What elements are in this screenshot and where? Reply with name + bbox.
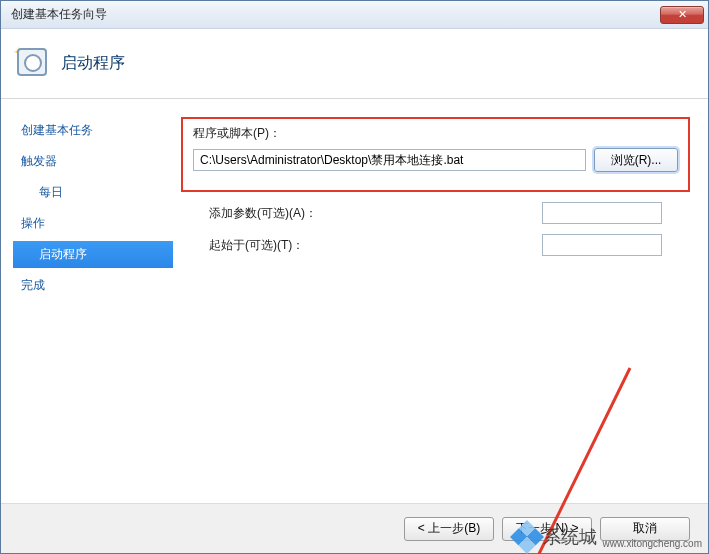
close-button[interactable]: ✕	[660, 6, 704, 24]
sidebar-item-label: 触发器	[21, 154, 57, 168]
args-row: 添加参数(可选)(A)：	[209, 202, 662, 224]
close-icon: ✕	[678, 8, 687, 21]
next-button[interactable]: 下一步(N) >	[502, 517, 592, 541]
browse-button[interactable]: 浏览(R)...	[594, 148, 678, 172]
startin-label: 起始于(可选)(T)：	[209, 237, 304, 254]
wizard-footer: < 上一步(B) 下一步(N) > 取消	[1, 503, 708, 553]
sidebar-item-start-program[interactable]: 启动程序	[13, 241, 173, 268]
args-input[interactable]	[542, 202, 662, 224]
scheduler-icon: ✦	[17, 48, 49, 80]
back-button[interactable]: < 上一步(B)	[404, 517, 494, 541]
sidebar-item-trigger[interactable]: 触发器	[17, 148, 171, 175]
cancel-button[interactable]: 取消	[600, 517, 690, 541]
sidebar-item-action[interactable]: 操作	[17, 210, 171, 237]
highlight-box: 程序或脚本(P)： 浏览(R)...	[181, 117, 690, 192]
sidebar-item-label: 启动程序	[39, 247, 87, 261]
sidebar-item-create-basic-task[interactable]: 创建基本任务	[17, 117, 171, 144]
wizard-window: 创建基本任务向导 ✕ ✦ 启动程序 创建基本任务 触发器 每日 操作 启动程序 …	[0, 0, 709, 554]
script-input[interactable]	[193, 149, 586, 171]
wizard-body: 创建基本任务 触发器 每日 操作 启动程序 完成 程序或脚本(P)： 浏览(R)…	[1, 99, 708, 503]
window-title: 创建基本任务向导	[11, 6, 107, 23]
args-label: 添加参数(可选)(A)：	[209, 205, 317, 222]
sidebar-item-label: 操作	[21, 216, 45, 230]
startin-row: 起始于(可选)(T)：	[209, 234, 662, 256]
titlebar: 创建基本任务向导 ✕	[1, 1, 708, 29]
sidebar-item-daily[interactable]: 每日	[17, 179, 171, 206]
startin-input[interactable]	[542, 234, 662, 256]
sidebar-item-label: 每日	[39, 185, 63, 199]
script-row: 浏览(R)...	[193, 148, 678, 172]
wizard-header: ✦ 启动程序	[1, 29, 708, 99]
sidebar-item-finish[interactable]: 完成	[17, 272, 171, 299]
sidebar-item-label: 创建基本任务	[21, 123, 93, 137]
page-title: 启动程序	[61, 53, 125, 74]
sidebar-item-label: 完成	[21, 278, 45, 292]
script-label: 程序或脚本(P)：	[193, 125, 678, 142]
wizard-sidebar: 创建基本任务 触发器 每日 操作 启动程序 完成	[1, 99, 171, 503]
wizard-main: 程序或脚本(P)： 浏览(R)... 添加参数(可选)(A)： 起始于(可选)(…	[171, 99, 708, 503]
